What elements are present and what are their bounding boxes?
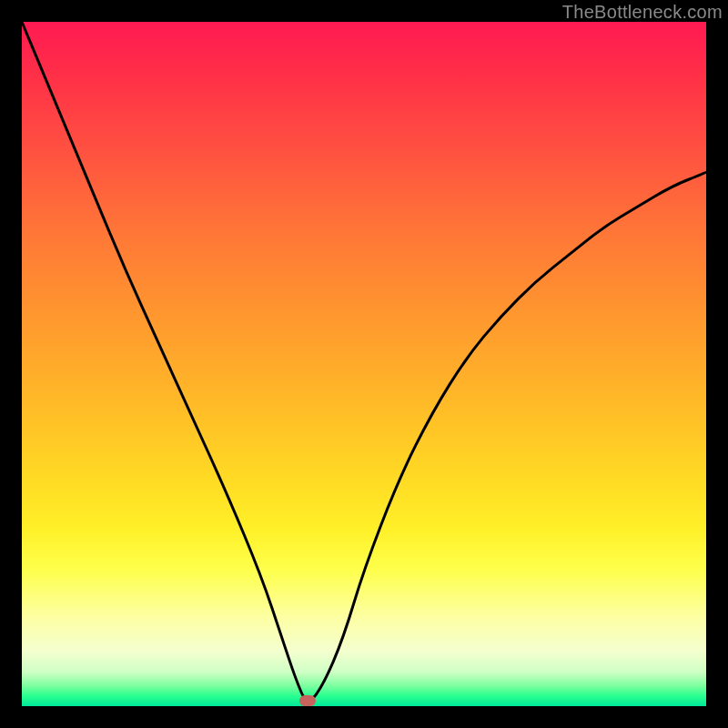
optimal-point-marker: [299, 695, 316, 706]
plot-area: [22, 22, 706, 706]
chart-frame: TheBottleneck.com: [0, 0, 728, 728]
bottleneck-curve: [22, 22, 706, 706]
watermark-text: TheBottleneck.com: [562, 2, 723, 23]
